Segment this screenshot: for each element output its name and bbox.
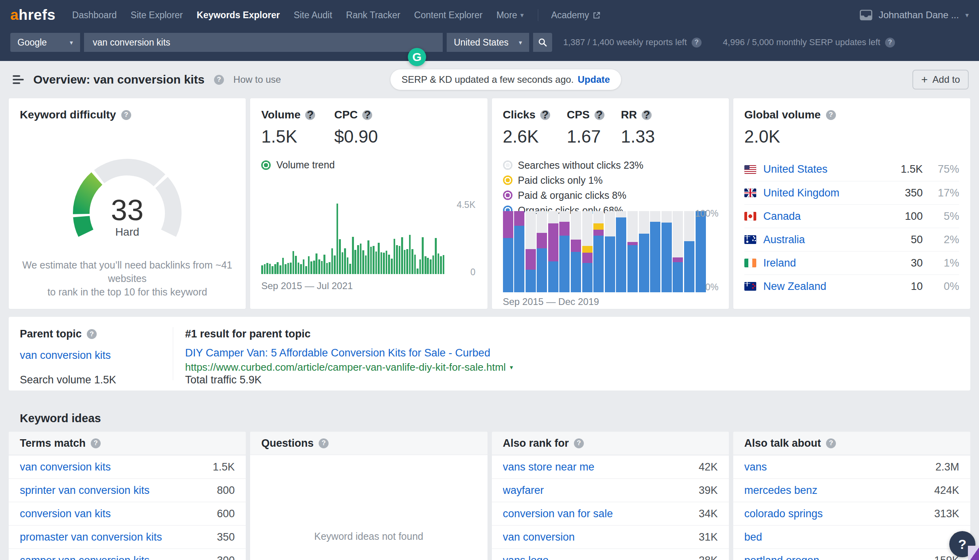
country-row: United Kingdom35017% [744,181,959,204]
kd-gauge-arc [81,217,86,233]
keyword-link[interactable]: vans store near me [503,461,595,473]
keyword-link[interactable]: mercedes benz [744,484,818,497]
plus-icon [921,74,927,85]
keyword-link[interactable]: van conversion kits [20,461,111,473]
volume-bar [287,263,289,274]
nav-item-dashboard[interactable]: Dashboard [72,10,117,21]
keyword-volume: 42K [691,461,718,473]
ahrefs-logo[interactable]: ahrefs [10,7,55,23]
volume-bar [373,246,375,274]
quota-item-2: 4,996 / 5,000 monthly SERP updates left [723,37,895,48]
parent-topic-keyword-link[interactable]: van conversion kits [20,349,111,362]
clicks-bar-segment-organic-clicks-only [593,236,604,293]
nav-item-content-explorer[interactable]: Content Explorer [414,10,483,21]
volume-bar [334,255,336,274]
user-menu[interactable]: Johnathan Dane ... [879,10,959,21]
keyword-row: mercedes benz424K [733,478,970,502]
country-link[interactable]: Ireland [763,257,796,269]
country-list: United States1.5K75%United Kingdom35017%… [744,158,959,298]
help-icon[interactable] [826,110,836,120]
keyword-row: colorado springs313K [733,502,970,525]
clicks-bar-segment-organic-clicks-only [559,236,570,293]
search-button[interactable] [533,33,552,52]
keyword-link[interactable]: vans [744,461,767,473]
help-icon[interactable] [885,38,895,48]
keyword-row: vans store near me42K [492,455,729,478]
keyword-link[interactable]: promaster van conversion kits [20,531,162,543]
help-icon[interactable] [87,329,97,339]
clicks-bar-segment-organic-clicks-only [650,222,660,292]
volume-card: Volume 1.5K CPC $0.90 Volume trend 4.5K … [250,98,487,309]
help-icon[interactable] [214,75,224,85]
keyword-link[interactable]: wayfarer [503,484,544,497]
keywords-explorer-page: ahrefs DashboardSite ExplorerKeywords Ex… [0,0,979,560]
chevron-down-icon[interactable]: ▾ [965,11,969,19]
nav-item-rank-tracker[interactable]: Rank Tracker [346,10,400,21]
clicks-bar-segment-organic-clicks-only [639,234,649,292]
volume-bar [354,250,356,274]
keyword-link[interactable]: conversion van for sale [503,508,613,520]
logo-rest: hrefs [19,7,55,23]
clicks-bar-segment-paid-organic-clicks [571,240,581,252]
how-to-use-link[interactable]: How to use [233,74,281,85]
keyword-link[interactable]: camper van conversion kits [20,554,149,560]
help-icon[interactable] [305,110,315,120]
serp-update-pill: SERP & KD updated a few seconds ago. Upd… [390,69,621,90]
top-result-url[interactable]: https://www.curbed.com/article/camper-va… [185,361,513,373]
keyword-link[interactable]: sprinter van conversion kits [20,484,149,497]
clicks-bar-segment-paid-organic-clicks [593,230,604,235]
nav-item-academy[interactable]: Academy [551,10,600,21]
clicks-bar [537,211,547,292]
grammarly-badge-icon[interactable]: G [408,48,426,66]
country-row: Canada1005% [744,204,959,228]
cpc-value: $0.90 [334,127,378,147]
keyword-link[interactable]: conversion van kits [20,508,111,520]
keyword-link[interactable]: vans logo [503,554,549,560]
cps-title: CPS [567,109,590,121]
help-icon[interactable] [121,110,131,120]
help-icon[interactable] [362,110,372,120]
clicks-metric: Clicks 2.6K [503,109,551,147]
help-icon[interactable] [826,438,836,448]
chevron-down-icon[interactable]: ▾ [510,364,513,371]
update-button[interactable]: Update [578,74,610,85]
country-link[interactable]: Canada [763,210,801,223]
country-link[interactable]: New Zealand [763,280,826,293]
nav-item-keywords-explorer[interactable]: Keywords Explorer [197,10,280,21]
top-result-link[interactable]: DIY Camper Van: 5 Affordable Conversion … [185,347,490,359]
nav-item-site-audit[interactable]: Site Audit [294,10,332,21]
country-volume: 350 [905,187,923,199]
keyword-search-input[interactable] [84,33,443,52]
clicks-ymax-label: 100% [695,208,719,219]
help-icon[interactable] [642,110,652,120]
clicks-bar-segment-organic-clicks-only [684,241,694,292]
kd-gauge-arc [81,179,97,214]
help-icon[interactable] [692,38,702,48]
nav-item-site-explorer[interactable]: Site Explorer [131,10,183,21]
keyword-link[interactable]: colorado springs [744,508,823,520]
country-select[interactable]: United States ▾ [447,33,529,52]
clicks-bar-segment-paid-organic-clicks [537,233,547,248]
add-to-button[interactable]: Add to [912,70,969,90]
keyword-link[interactable]: portland oregon [744,554,819,560]
keyword-link[interactable]: bed [744,531,762,543]
ideas-column-also-talk-about: Also talk aboutvans2.3Mmercedes benz424K… [733,432,970,560]
help-icon[interactable] [319,438,329,448]
help-icon[interactable] [91,438,101,448]
country-link[interactable]: United Kingdom [763,187,839,199]
keyword-link[interactable]: van conversion [503,531,575,543]
volume-bar [443,255,445,274]
ideas-column-also-rank-for: Also rank forvans store near me42Kwayfar… [492,432,729,560]
help-icon[interactable] [540,110,550,120]
clicks-bar [627,211,638,292]
inbox-tray-icon[interactable] [860,10,872,21]
menu-icon[interactable] [13,75,24,84]
country-link[interactable]: United States [763,163,828,175]
country-link[interactable]: Australia [763,234,805,246]
nav-item-more[interactable]: More▾ [496,10,524,21]
keyword-volume: 34K [691,508,718,520]
search-engine-select[interactable]: Google ▾ [10,33,80,52]
help-icon[interactable] [595,110,604,120]
clicks-bar [616,211,626,292]
help-icon[interactable] [574,438,584,448]
